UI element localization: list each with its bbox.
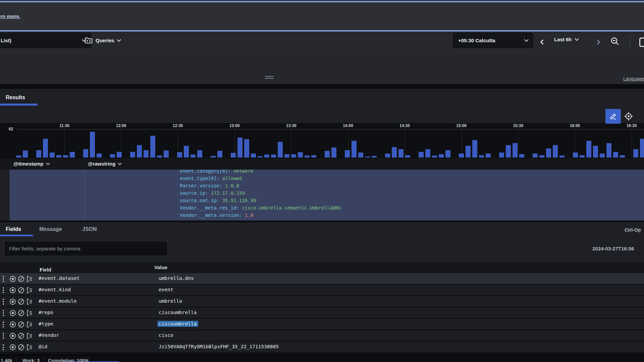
include-filter-icon[interactable] <box>9 333 16 339</box>
field-row[interactable]: #type ciscoumbrella <box>0 319 644 330</box>
histogram-bar <box>358 153 363 158</box>
tab-results[interactable]: Results <box>6 95 25 101</box>
histogram-bar <box>506 145 511 158</box>
exclude-filter-icon[interactable] <box>18 298 24 305</box>
histogram-bar <box>23 150 28 158</box>
histogram-bar <box>130 152 135 158</box>
fields-table-body: #event.dataset umbrella.dns #event.kind … <box>0 273 644 353</box>
learn-more-link[interactable]: rn more. <box>0 13 20 19</box>
tab-message[interactable]: Message <box>39 226 62 232</box>
active-tab-indicator <box>0 104 38 106</box>
include-filter-icon[interactable] <box>9 276 16 282</box>
histogram-bar <box>345 150 350 158</box>
field-value: event <box>159 287 173 292</box>
histogram-bar <box>398 149 404 158</box>
fields-table-header: Field ↑ Value <box>0 262 644 273</box>
select-fields-icon[interactable] <box>26 344 33 351</box>
kebab-menu-icon[interactable] <box>3 276 4 283</box>
pencil-icon[interactable] <box>605 109 621 124</box>
include-filter-icon[interactable] <box>9 344 16 351</box>
histogram-bar <box>70 152 75 158</box>
include-filter-icon[interactable] <box>9 287 16 294</box>
timezone-dropdown[interactable]: +05:30 Calcutta <box>453 33 533 48</box>
histogram-bar <box>305 156 310 158</box>
exclude-filter-icon[interactable] <box>18 276 24 282</box>
exclude-filter-icon[interactable] <box>18 321 24 328</box>
histogram-bar <box>271 155 276 158</box>
histogram-bar <box>117 152 122 158</box>
crosshair-icon[interactable] <box>621 109 636 124</box>
select-fields-icon[interactable] <box>26 310 33 316</box>
filter-fields-input[interactable] <box>4 241 168 256</box>
select-fields-icon[interactable] <box>26 287 33 294</box>
kebab-menu-icon[interactable] <box>3 321 4 328</box>
column-header-rawstring[interactable]: @rawstring <box>88 161 121 167</box>
logscale-search-app: rn more. List) Queries +05:30 Calcutta <box>0 0 644 362</box>
include-filter-icon[interactable] <box>9 321 16 328</box>
exclude-filter-icon[interactable] <box>18 287 24 294</box>
column-header-value[interactable]: Value <box>154 264 167 270</box>
histogram-bar <box>640 139 644 158</box>
histogram-bar <box>184 146 189 158</box>
inspection-panel: Fields Message JSON Ctrl-Op 2024-03-27T1… <box>0 222 644 262</box>
view-mode-label: List) <box>1 38 11 43</box>
histogram-bar <box>331 147 336 158</box>
time-back-button[interactable] <box>541 39 545 45</box>
histogram-bar <box>217 151 222 158</box>
kebab-menu-icon[interactable] <box>3 299 4 306</box>
histogram-bar <box>593 146 598 158</box>
queries-button[interactable]: Queries <box>85 33 120 48</box>
field-row[interactable]: #repo ciscoumbrella <box>0 307 644 319</box>
exclude-filter-icon[interactable] <box>18 333 24 339</box>
kebab-menu-icon[interactable] <box>3 287 4 294</box>
splitter-drag-handle-icon[interactable] <box>265 76 274 80</box>
kebab-menu-icon[interactable] <box>3 344 4 351</box>
select-fields-icon[interactable] <box>26 276 33 282</box>
zoom-out-icon[interactable] <box>610 36 620 46</box>
chevron-down-icon <box>575 37 579 41</box>
histogram-bar <box>56 155 61 158</box>
tab-fields[interactable]: Fields <box>6 226 21 232</box>
field-name: #repo <box>39 310 53 315</box>
histogram-bar <box>43 139 48 158</box>
kebab-menu-icon[interactable] <box>3 333 4 340</box>
histogram-bar <box>291 154 296 158</box>
query-editor-area[interactable]: Language <box>0 55 644 84</box>
selected-event-row[interactable]: event.category[0]: networkevent.type[0]:… <box>0 170 644 221</box>
kebab-menu-icon[interactable] <box>3 310 4 317</box>
x-axis-tick-label: 16:30 <box>622 123 642 128</box>
field-row[interactable]: #event.kind event <box>0 285 644 296</box>
select-fields-icon[interactable] <box>26 298 33 305</box>
log-line: Vendor.__meta.res_id: cisco.umbrella.sem… <box>180 204 341 212</box>
select-fields-icon[interactable] <box>26 333 33 339</box>
histogram-bar <box>573 153 578 158</box>
histogram-bar <box>499 153 504 158</box>
gridline <box>64 129 65 158</box>
tab-json[interactable]: JSON <box>82 226 97 232</box>
exclude-filter-icon[interactable] <box>18 310 24 316</box>
include-filter-icon[interactable] <box>9 298 16 305</box>
histogram-bar <box>244 139 249 158</box>
field-row[interactable]: @id Jzi50VA0qTfRyOM1bBlpsFHF_35_22_17115… <box>0 342 644 353</box>
histogram-bar <box>439 154 444 158</box>
event-histogram-chart[interactable]: 62 11:3012:0012:3013:0013:3014:0014:3015… <box>0 123 644 159</box>
x-axis-tick-label: 16:00 <box>565 123 585 128</box>
notification-banner: rn more. <box>0 0 644 32</box>
view-mode-dropdown[interactable]: List) <box>0 33 92 48</box>
active-tab-indicator <box>0 235 33 236</box>
y-axis-max-label: 62 <box>9 127 13 131</box>
status-item: Work: 3 <box>22 358 40 362</box>
language-link[interactable]: Language <box>623 76 644 81</box>
select-fields-icon[interactable] <box>26 321 33 328</box>
field-row[interactable]: #event.dataset umbrella.dns <box>0 273 644 285</box>
field-value: umbrella.dns <box>159 276 194 281</box>
time-forward-button[interactable] <box>596 39 599 45</box>
include-filter-icon[interactable] <box>9 310 16 316</box>
clipped-toolbar-icon[interactable] <box>639 38 644 47</box>
time-range-dropdown[interactable]: Last 6h <box>554 37 578 42</box>
histogram-bar <box>264 155 269 158</box>
field-row[interactable]: #event.module umbrella <box>0 296 644 307</box>
exclude-filter-icon[interactable] <box>18 344 24 351</box>
field-row[interactable]: #Vendor cisco <box>0 330 644 342</box>
column-header-timestamp[interactable]: @timestamp <box>13 161 49 167</box>
